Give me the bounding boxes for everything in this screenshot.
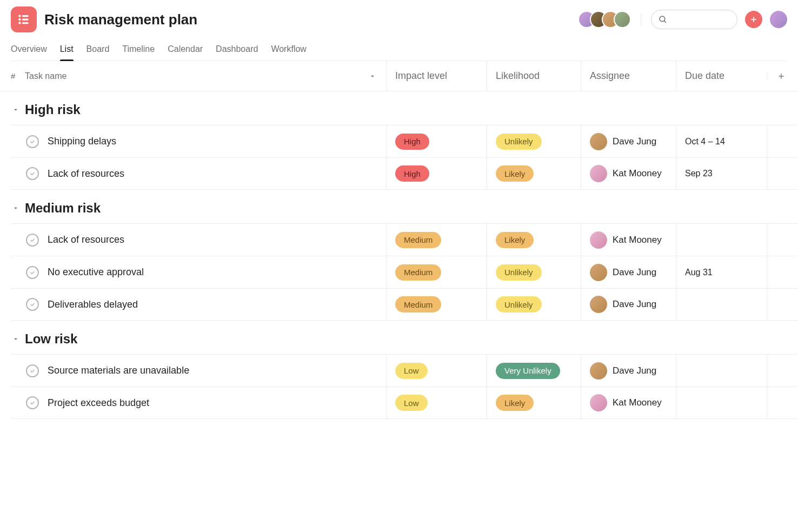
member-avatars[interactable] [578, 11, 631, 28]
svg-point-4 [18, 22, 21, 24]
task-row[interactable]: Shipping delaysHighUnlikelyDave JungOct … [11, 125, 798, 157]
due-cell[interactable] [676, 289, 767, 320]
due-cell[interactable]: Aug 31 [676, 256, 767, 288]
tab-workflow[interactable]: Workflow [271, 40, 307, 61]
impact-cell[interactable]: Medium [386, 224, 487, 256]
group-header[interactable]: High risk [0, 91, 798, 125]
task-cell[interactable]: Lack of resources [11, 158, 386, 189]
group-header[interactable]: Low risk [0, 321, 798, 354]
assignee-cell[interactable]: Dave Jung [581, 289, 676, 320]
assignee-cell[interactable]: Kat Mooney [581, 158, 676, 189]
complete-toggle[interactable] [26, 364, 39, 377]
assignee-cell[interactable]: Dave Jung [581, 355, 676, 387]
likelihood-cell[interactable]: Unlikely [487, 256, 581, 288]
complete-toggle[interactable] [26, 234, 39, 247]
group-header[interactable]: Medium risk [0, 190, 798, 223]
avatar[interactable] [614, 11, 631, 28]
complete-toggle[interactable] [26, 396, 39, 409]
plus-icon [749, 15, 758, 24]
column-impact[interactable]: Impact level [386, 61, 487, 91]
assignee-cell[interactable]: Dave Jung [581, 125, 676, 157]
likelihood-cell[interactable]: Very Unlikely [487, 355, 581, 387]
tabs: OverviewListBoardTimelineCalendarDashboa… [11, 40, 787, 61]
complete-toggle[interactable] [26, 266, 39, 279]
add-column-button[interactable] [767, 72, 798, 81]
likelihood-cell[interactable]: Likely [487, 224, 581, 256]
impact-cell[interactable]: High [386, 125, 487, 157]
assignee-avatar [590, 231, 607, 249]
group-title: Medium risk [25, 201, 101, 216]
task-row[interactable]: Source materials are unavailableLowVery … [11, 354, 798, 387]
complete-toggle[interactable] [26, 135, 39, 148]
check-icon [29, 400, 36, 406]
check-icon [29, 237, 36, 243]
task-cell[interactable]: Project exceeds budget [11, 387, 386, 418]
task-row[interactable]: Project exceeds budgetLowLikelyKat Moone… [11, 387, 798, 419]
assignee-avatar [590, 394, 607, 411]
impact-cell[interactable]: Medium [386, 256, 487, 288]
due-cell[interactable] [676, 224, 767, 256]
due-cell[interactable]: Oct 4 – 14 [676, 125, 767, 157]
project-title[interactable]: Risk management plan [44, 11, 197, 28]
task-cell[interactable]: Lack of resources [11, 224, 386, 256]
column-assignee[interactable]: Assignee [581, 61, 676, 91]
likelihood-cell[interactable]: Unlikely [487, 125, 581, 157]
caret-down-icon [12, 204, 19, 212]
complete-toggle[interactable] [26, 298, 39, 311]
tab-timeline[interactable]: Timeline [122, 40, 155, 61]
impact-cell[interactable]: Low [386, 355, 487, 387]
list-icon [17, 12, 31, 26]
complete-toggle[interactable] [26, 167, 39, 180]
task-name: Project exceeds budget [48, 397, 149, 409]
task-cell[interactable]: Source materials are unavailable [11, 355, 386, 387]
due-cell[interactable] [676, 387, 767, 418]
profile-avatar[interactable] [770, 11, 787, 28]
add-button[interactable] [745, 11, 762, 28]
search-icon [658, 15, 668, 24]
impact-pill: Medium [395, 232, 441, 248]
tab-list[interactable]: List [60, 40, 74, 61]
task-row[interactable]: Lack of resourcesMediumLikelyKat Mooney [11, 223, 798, 256]
tab-overview[interactable]: Overview [11, 40, 47, 61]
assignee-cell[interactable]: Dave Jung [581, 256, 676, 288]
task-row[interactable]: Lack of resourcesHighLikelyKat MooneySep… [11, 157, 798, 190]
task-row[interactable]: No executive approvalMediumUnlikelyDave … [11, 256, 798, 288]
due-cell[interactable]: Sep 23 [676, 158, 767, 189]
column-taskname[interactable]: Task name [25, 71, 386, 81]
task-row[interactable]: Deliverables delayedMediumUnlikelyDave J… [11, 288, 798, 321]
check-icon [29, 301, 36, 308]
tab-calendar[interactable]: Calendar [168, 40, 203, 61]
likelihood-pill: Unlikely [496, 296, 542, 312]
likelihood-cell[interactable]: Likely [487, 158, 581, 189]
tab-dashboard[interactable]: Dashboard [216, 40, 258, 61]
assignee-name: Dave Jung [613, 365, 656, 376]
check-icon [29, 368, 36, 374]
assignee-cell[interactable]: Kat Mooney [581, 224, 676, 256]
likelihood-cell[interactable]: Likely [487, 387, 581, 418]
task-cell[interactable]: Shipping delays [11, 125, 386, 157]
task-name: No executive approval [48, 267, 144, 278]
task-group: Medium riskLack of resourcesMediumLikely… [0, 190, 798, 321]
svg-rect-5 [22, 22, 29, 24]
due-cell[interactable] [676, 355, 767, 387]
task-cell[interactable]: Deliverables delayed [11, 289, 386, 320]
tab-board[interactable]: Board [87, 40, 110, 61]
assignee-name: Kat Mooney [613, 397, 662, 408]
row-end [767, 256, 798, 288]
svg-rect-3 [22, 18, 29, 20]
likelihood-pill: Unlikely [496, 264, 542, 281]
impact-cell[interactable]: Medium [386, 289, 487, 320]
task-name: Lack of resources [48, 168, 124, 179]
task-cell[interactable]: No executive approval [11, 256, 386, 288]
plus-icon [777, 72, 786, 81]
impact-cell[interactable]: High [386, 158, 487, 189]
column-hash[interactable]: # [11, 71, 25, 81]
search-box[interactable] [651, 10, 737, 29]
assignee-name: Dave Jung [613, 136, 656, 147]
column-likelihood[interactable]: Likelihood [487, 61, 581, 91]
column-due[interactable]: Due date [676, 61, 767, 91]
assignee-cell[interactable]: Kat Mooney [581, 387, 676, 418]
impact-cell[interactable]: Low [386, 387, 487, 418]
project-icon[interactable] [11, 6, 37, 32]
likelihood-cell[interactable]: Unlikely [487, 289, 581, 320]
